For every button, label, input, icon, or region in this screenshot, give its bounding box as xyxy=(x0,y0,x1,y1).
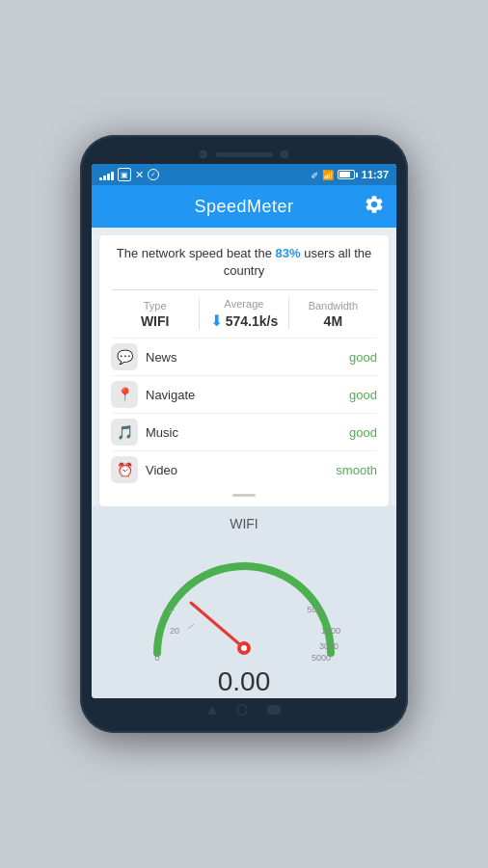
svg-text:500: 500 xyxy=(307,605,321,614)
svg-text:1000: 1000 xyxy=(321,626,340,636)
phone-screen: ▣ ✕ ✓ ✏ 📶 11:37 SpeedMe xyxy=(92,164,396,698)
battery-icon xyxy=(338,170,358,179)
phone-frame: ▣ ✕ ✓ ✏ 📶 11:37 SpeedMe xyxy=(80,135,408,733)
app-list-item: 📍 Navigate good xyxy=(111,375,377,413)
settings-icon[interactable] xyxy=(364,194,385,220)
content-area: The network speed beat the 83% users all… xyxy=(92,228,396,698)
svg-text:3000: 3000 xyxy=(319,641,339,651)
type-stat: Type WIFI xyxy=(111,300,199,329)
signal-bar-2 xyxy=(103,176,106,180)
avg-value: 574.1k/s xyxy=(226,313,279,329)
status-right: ✏ 📶 11:37 xyxy=(311,169,389,180)
app-list-item: ⏰ Video smooth xyxy=(111,450,377,488)
stats-row: Type WIFI Average ⬇ 574.1k/s Bandwidth 4… xyxy=(111,289,377,330)
battery-tip xyxy=(356,173,358,177)
avg-label: Average xyxy=(225,298,264,310)
bandwidth-value: 4M xyxy=(289,313,377,329)
app-name-news: News xyxy=(146,350,349,365)
app-status-music: good xyxy=(349,425,377,440)
app-icon-navigate: 📍 xyxy=(111,381,138,408)
type-label: Type xyxy=(111,300,199,312)
svg-text:5000: 5000 xyxy=(312,653,331,663)
app-name-video: Video xyxy=(146,463,336,477)
status-bar: ▣ ✕ ✓ ✏ 📶 11:37 xyxy=(92,164,396,185)
recents-button[interactable] xyxy=(267,705,281,715)
signal-bar-1 xyxy=(99,177,102,180)
sensor xyxy=(281,150,288,158)
svg-point-10 xyxy=(241,645,247,651)
app-status-navigate: good xyxy=(349,388,377,402)
app-icon-music: 🎵 xyxy=(111,419,138,446)
type-value: WIFI xyxy=(111,313,199,329)
app-status-video: smooth xyxy=(336,463,377,477)
download-arrow-icon: ⬇ xyxy=(210,312,223,330)
speed-value: 0.00 xyxy=(218,666,271,696)
edit-icon: ✏ xyxy=(308,168,320,180)
back-button[interactable] xyxy=(207,706,217,715)
app-list-item: 💬 News good xyxy=(111,338,377,375)
time-display: 11:37 xyxy=(362,169,389,180)
speed-unit: K/s xyxy=(235,697,252,698)
phone-bottom xyxy=(92,698,396,721)
svg-line-6 xyxy=(188,624,194,629)
app-list-item: 🎵 Music good xyxy=(111,413,377,450)
app-status-news: good xyxy=(349,350,377,365)
bandwidth-stat: Bandwidth 4M xyxy=(289,300,377,329)
speaker xyxy=(215,152,273,157)
bandwidth-label: Bandwidth xyxy=(289,300,377,312)
check-icon: ✓ xyxy=(148,169,159,180)
info-card: The network speed beat the 83% users all… xyxy=(99,235,389,506)
wifi-status-icon: 📶 xyxy=(322,170,334,180)
signal-bar-4 xyxy=(111,172,114,180)
scroll-dot xyxy=(232,494,256,497)
avg-value-container: ⬇ 574.1k/s xyxy=(210,312,279,330)
phone-top-bar xyxy=(92,147,396,164)
home-button[interactable] xyxy=(236,704,248,716)
scroll-indicator xyxy=(111,488,377,501)
front-camera xyxy=(200,150,207,158)
avg-stat: Average ⬇ 574.1k/s xyxy=(199,298,288,330)
gauge-svg: 20 0 500 1000 3000 5000 xyxy=(128,537,360,663)
app-icon-news: 💬 xyxy=(111,343,138,370)
app-name-music: Music xyxy=(146,425,349,440)
battery-fill xyxy=(339,172,350,177)
percent-highlight: 83% xyxy=(276,246,301,260)
x-icon: ✕ xyxy=(135,169,144,181)
signal-bar-3 xyxy=(107,174,110,180)
screen-icon: ▣ xyxy=(118,168,131,181)
svg-text:20: 20 xyxy=(170,626,179,636)
speed-display: 0.00 xyxy=(218,666,271,697)
svg-line-8 xyxy=(191,603,244,648)
app-title: SpeedMeter xyxy=(194,197,293,217)
gauge-container: 20 0 500 1000 3000 5000 xyxy=(128,537,360,663)
svg-text:0: 0 xyxy=(154,653,159,663)
signal-bars xyxy=(99,169,114,180)
speedometer-section: WIFI 20 0 500 xyxy=(92,506,396,698)
app-name-navigate: Navigate xyxy=(146,388,349,402)
connection-type-label: WIFI xyxy=(230,516,258,531)
status-left: ▣ ✕ ✓ xyxy=(99,168,159,181)
app-bar: SpeedMeter xyxy=(92,185,396,228)
network-message: The network speed beat the 83% users all… xyxy=(111,245,377,280)
app-list: 💬 News good 📍 Navigate good 🎵 Music good… xyxy=(111,338,377,488)
app-icon-video: ⏰ xyxy=(111,456,138,483)
